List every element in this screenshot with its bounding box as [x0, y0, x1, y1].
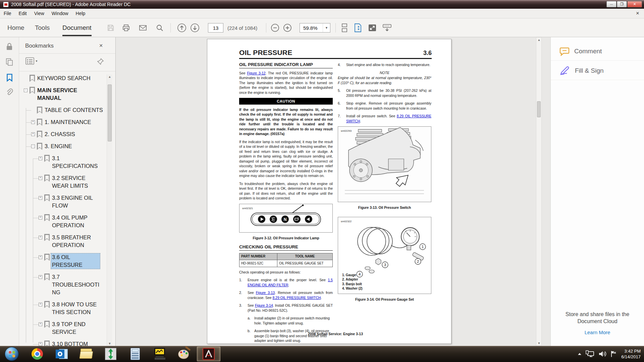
taskbar-nj-app[interactable]: NJ: [99, 347, 122, 361]
document-scrollbar[interactable]: ▲ ▼: [536, 37, 542, 346]
bookmarks-scrollbar[interactable]: ▲ ▼: [107, 74, 112, 346]
volume-icon[interactable]: [598, 351, 606, 357]
tab-document[interactable]: Document: [62, 18, 92, 37]
oil-pressure-switch-link[interactable]: 8.29 OIL PRESSURE SWITCH: [272, 296, 321, 300]
bookmark-item[interactable]: KEYWORD SEARCH: [19, 74, 107, 82]
bookmark-item[interactable]: TABLE OF CONTENTS: [19, 106, 107, 114]
expander-icon[interactable]: +: [39, 255, 42, 259]
figure-3-14-link[interactable]: Figure 3-14: [255, 303, 273, 307]
taskbar-paint[interactable]: [172, 347, 196, 361]
comment-tool[interactable]: Comment: [551, 42, 644, 61]
save-icon[interactable]: [106, 23, 115, 33]
chrome-icon: [32, 348, 43, 360]
scrolling-mode-icon[interactable]: [340, 23, 349, 33]
expander-icon[interactable]: +: [39, 236, 42, 239]
menu-file[interactable]: File: [0, 9, 15, 18]
menu-window[interactable]: Window: [48, 9, 72, 18]
bookmark-item[interactable]: - 3. ENGINE: [19, 142, 107, 150]
scroll-up-icon[interactable]: ▲: [537, 38, 541, 42]
menu-help[interactable]: Help: [72, 9, 89, 18]
bookmark-item[interactable]: + 3.9 TOP END SERVICE: [19, 320, 107, 336]
taskbar-chrome[interactable]: [25, 347, 49, 361]
expander-icon[interactable]: +: [39, 322, 42, 326]
learn-more-link[interactable]: Learn More: [551, 329, 644, 335]
page-number-input[interactable]: [208, 23, 223, 33]
zoom-level-dropdown[interactable]: 59.8% ▼: [300, 23, 330, 33]
menu-edit[interactable]: Edit: [15, 9, 31, 18]
network-icon[interactable]: [586, 350, 594, 358]
menu-view[interactable]: View: [31, 9, 48, 18]
bookmark-item-selected[interactable]: + 3.6 OIL PRESSURE: [19, 253, 107, 269]
taskbar-outlook[interactable]: [50, 347, 73, 361]
search-icon[interactable]: [155, 23, 164, 33]
minimize-button[interactable]: [606, 1, 616, 7]
expander-icon[interactable]: +: [31, 132, 35, 136]
full-screen-icon[interactable]: [368, 23, 377, 33]
taskbar-clock[interactable]: 3:42 PM 6/14/2017: [621, 348, 641, 360]
expander-icon[interactable]: -: [31, 144, 35, 148]
close-panel-icon[interactable]: [98, 43, 104, 49]
scrollbar-thumb[interactable]: [537, 101, 541, 117]
window-titlebar[interactable]: 2008 Softail.pdf (SECURED) - Adobe Acrob…: [0, 0, 644, 9]
expander-icon[interactable]: +: [39, 303, 42, 306]
bookmark-item[interactable]: - MAIN SERVICE MANUAL: [19, 86, 107, 102]
scroll-down-icon[interactable]: ▼: [537, 342, 541, 345]
page-thumbnails-icon[interactable]: [5, 57, 14, 67]
taskbar-system-monitor[interactable]: [148, 347, 171, 361]
bookmarks-panel-icon[interactable]: [5, 73, 14, 82]
figure-3-12-link[interactable]: Figure 3-12: [247, 71, 265, 75]
bookmark-item[interactable]: + 3.3 ENGINE OIL FLOW: [19, 194, 107, 209]
restore-button[interactable]: [617, 1, 627, 7]
fill-sign-tool[interactable]: Fill & Sign: [551, 61, 644, 80]
zoom-out-icon[interactable]: [270, 23, 280, 33]
start-button[interactable]: [5, 347, 19, 361]
bookmark-item[interactable]: + 3.8 HOW TO USE THIS SECTION: [19, 301, 107, 316]
taskbar-file-explorer[interactable]: [74, 347, 98, 361]
document-viewport[interactable]: OIL PRESSURE 3.6 OIL PRESSURE INDICATOR …: [116, 37, 550, 346]
expander-icon[interactable]: +: [39, 342, 42, 346]
expander-icon[interactable]: +: [39, 196, 42, 200]
tab-tools[interactable]: Tools: [35, 18, 50, 37]
email-icon[interactable]: [138, 23, 148, 33]
list-item: 5. Oil pressure should be 30-38 PSI (207…: [338, 88, 431, 98]
bookmark-item[interactable]: + 3.7 TROUBLESHOOTING: [19, 273, 107, 296]
figure-3-13-link[interactable]: Figure 3-13: [256, 291, 275, 295]
bookmark-item[interactable]: + 3.5 BREATHER OPERATION: [19, 234, 107, 249]
expander-icon[interactable]: +: [39, 157, 42, 160]
bookmark-item[interactable]: + 3.2 SERVICE WEAR LIMITS: [19, 174, 107, 190]
touch-mode-icon[interactable]: [382, 23, 392, 33]
scroll-down-icon[interactable]: ▼: [108, 342, 112, 345]
expander-icon[interactable]: +: [39, 176, 42, 180]
svg-text:1: 1: [422, 245, 424, 249]
bookmark-item[interactable]: + 3.1 SPECIFICATIONS: [19, 155, 107, 170]
hidden-icons-chevron[interactable]: [578, 353, 582, 355]
check-intro: Check operating oil pressure as follows:: [239, 270, 333, 275]
scrollbar-thumb[interactable]: [108, 84, 112, 141]
zoom-in-icon[interactable]: [283, 23, 292, 33]
print-icon[interactable]: [121, 23, 131, 33]
expander-icon[interactable]: +: [31, 120, 35, 124]
bookmark-item[interactable]: + 3.4 OIL PUMP OPERATION: [19, 214, 107, 229]
bookmark-item[interactable]: + 2. CHASSIS: [19, 130, 107, 138]
scroll-up-icon[interactable]: ▲: [108, 75, 112, 78]
close-toolbar-icon[interactable]: [635, 10, 641, 16]
attachments-icon[interactable]: [5, 87, 14, 97]
bookmark-item[interactable]: + 3.10 BOTTOM END SERVICE: [19, 340, 107, 346]
security-lock-icon[interactable]: [5, 42, 14, 51]
bookmark-item[interactable]: + 1. MAINTENANCE: [19, 118, 107, 126]
expander-icon[interactable]: +: [39, 216, 42, 220]
close-button[interactable]: [627, 1, 642, 7]
taskbar-adobe-reader-active[interactable]: [197, 347, 220, 361]
pdf-page[interactable]: OIL PRESSURE 3.6 OIL PRESSURE INDICATOR …: [207, 39, 451, 344]
fit-one-page-icon[interactable]: [353, 23, 363, 33]
previous-page-icon[interactable]: [177, 23, 186, 33]
pin-panel-icon[interactable]: [97, 58, 104, 65]
expander-icon[interactable]: +: [39, 275, 42, 279]
bookmark-options-button[interactable]: ▼: [25, 57, 38, 65]
note-label: NOTE: [338, 70, 431, 75]
expander-icon[interactable]: -: [24, 88, 28, 92]
tab-home[interactable]: Home: [7, 18, 24, 37]
next-page-icon[interactable]: [190, 23, 200, 33]
action-center-flag-icon[interactable]: [610, 351, 617, 357]
taskbar-calculator[interactable]: [123, 347, 147, 361]
